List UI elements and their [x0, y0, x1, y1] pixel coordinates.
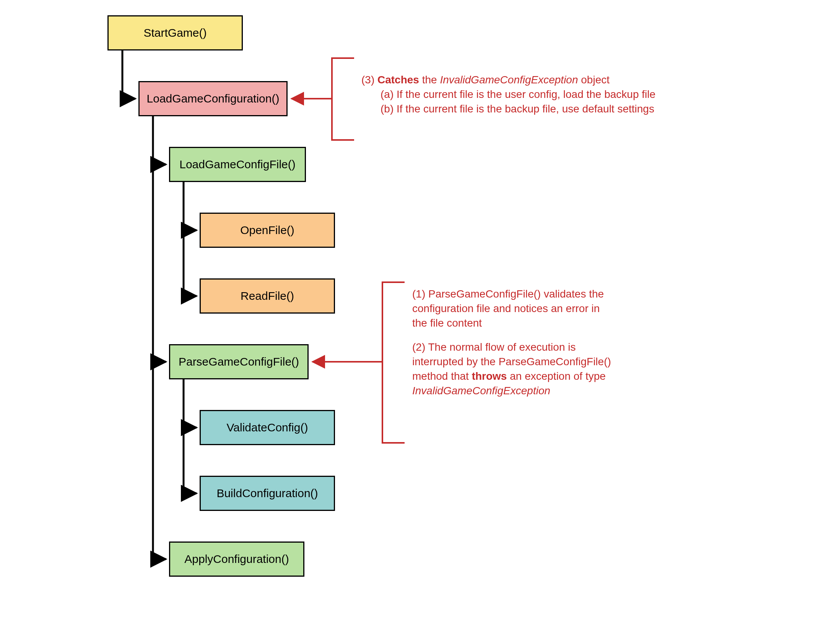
annot-throw-p1: (1) ParseGameConfigFile() validates the … [412, 287, 615, 330]
annot-catch-line-a: (a) If the current file is the user conf… [361, 87, 782, 102]
annot-catch-italic: InvalidGameConfigException [440, 74, 578, 86]
annot-throw-p2b: an exception of type [507, 370, 605, 382]
annotation-throw: (1) ParseGameConfigFile() validates the … [412, 287, 615, 398]
node-load-game-configuration: LoadGameConfiguration() [138, 81, 288, 116]
node-open-file: OpenFile() [200, 213, 335, 248]
bracket-throw [382, 281, 405, 444]
annot-catch-mid: the [419, 74, 440, 86]
annot-catch-bold: Catches [377, 74, 419, 86]
node-parse-game-config-file: ParseGameConfigFile() [169, 344, 309, 379]
node-start-game: StartGame() [107, 15, 243, 50]
bracket-catch [331, 57, 354, 141]
node-read-file: ReadFile() [200, 278, 335, 314]
diagram-canvas: StartGame() LoadGameConfiguration() Load… [0, 0, 813, 644]
node-load-game-config-file: LoadGameConfigFile() [169, 147, 306, 182]
annot-catch-prefix: (3) [361, 74, 377, 86]
node-apply-configuration: ApplyConfiguration() [169, 542, 304, 577]
annot-catch-suffix: object [578, 74, 610, 86]
node-build-configuration: BuildConfiguration() [200, 476, 335, 511]
node-validate-config: ValidateConfig() [200, 410, 335, 445]
annot-throw-p2bold: throws [472, 370, 507, 382]
annotation-catch: (3) Catches the InvalidGameConfigExcepti… [361, 73, 782, 116]
annot-catch-line-b: (b) If the current file is the backup fi… [361, 102, 782, 116]
annot-throw-p2italic: InvalidGameConfigException [412, 385, 550, 397]
